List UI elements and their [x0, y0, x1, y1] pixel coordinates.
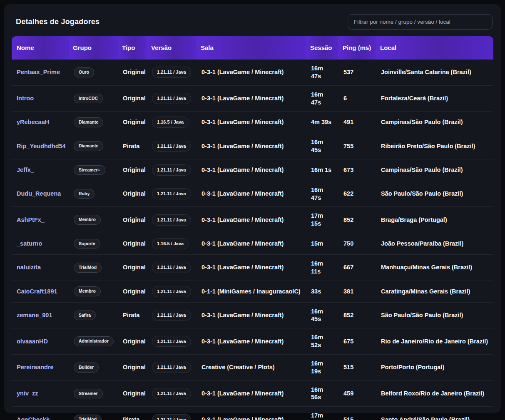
version-badge: 1.21.11 / Java	[152, 362, 191, 373]
table-row[interactable]: olvaaanHD Administrador Original 1.21.11…	[12, 328, 493, 355]
player-location: Campinas/São Paulo (Brazil)	[376, 112, 493, 133]
table-row[interactable]: CaioCraft1891 Membro Original 1.21.11 / …	[12, 281, 493, 302]
player-room: 0-3-1 (LavaGame / Minecraft)	[197, 85, 306, 112]
table-row[interactable]: Pereiraandre Builder Original 1.21.11 / …	[12, 354, 493, 380]
player-location: Braga/Braga (Portugal)	[376, 207, 493, 233]
group-badge: TrialMod	[74, 263, 102, 273]
table-row[interactable]: Introo IntroCDC Original 1.21.11 / Java …	[12, 85, 493, 112]
group-badge: Administrador	[74, 336, 114, 346]
ping-value: 750	[338, 233, 376, 255]
group-badge: Safira	[74, 311, 96, 321]
group-badge: IntroCDC	[74, 94, 103, 104]
player-type: Original	[118, 159, 147, 181]
table-row[interactable]: Pentaax_Prime Ouro Original 1.21.11 / Ja…	[12, 60, 493, 85]
version-badge: 1.21.11 / Java	[152, 310, 191, 321]
player-room: 0-3-1 (LavaGame / Minecraft)	[197, 207, 306, 233]
player-type: Original	[118, 85, 147, 112]
player-name-link[interactable]: olvaaanHD	[17, 338, 48, 345]
version-badge: 1.21.11 / Java	[152, 262, 191, 273]
player-type: Original	[118, 112, 147, 133]
ping-value: 852	[338, 302, 376, 328]
player-type: Original	[118, 254, 147, 281]
group-badge: Membro	[74, 286, 101, 296]
session-duration: 16m 11s	[306, 254, 338, 281]
column-header-sala: Sala	[197, 36, 306, 60]
player-name-link[interactable]: naluizita	[17, 264, 41, 271]
player-room: 0-3-1 (LavaGame / Minecraft)	[197, 407, 306, 420]
player-room: 0-3-1 (LavaGame / Minecraft)	[197, 159, 306, 181]
player-room: 0-3-1 (LavaGame / Minecraft)	[197, 380, 306, 407]
player-location: Fortaleza/Ceará (Brazil)	[376, 85, 493, 112]
version-badge: 1.21.11 / Java	[152, 388, 191, 399]
player-location: Campinas/São Paulo (Brazil)	[376, 159, 493, 181]
table-row[interactable]: naluizita TrialMod Original 1.21.11 / Ja…	[12, 254, 493, 281]
group-badge: Streamer	[74, 389, 103, 399]
player-name-link[interactable]: zemane_901	[17, 312, 52, 318]
player-room: 0-3-1 (LavaGame / Minecraft)	[197, 60, 306, 85]
player-type: Original	[118, 281, 147, 302]
player-name-link[interactable]: Introo	[17, 95, 34, 102]
table-body: Pentaax_Prime Ouro Original 1.21.11 / Ja…	[12, 60, 493, 420]
player-room: 0-1-1 (MiniGames / InauguracaoIC)	[197, 281, 306, 302]
table-row[interactable]: AgeCheckk TrialMod Pirata 1.21.11 / Java…	[12, 407, 493, 420]
player-room: 0-3-1 (LavaGame / Minecraft)	[197, 133, 306, 159]
ping-value: 381	[338, 281, 376, 302]
table-header: Nome Grupo Tipo Versão Sala Sessão Ping …	[12, 36, 493, 60]
player-location: João Pessoa/Paraíba (Brazil)	[376, 233, 493, 255]
player-name-link[interactable]: AgeCheckk	[17, 416, 50, 420]
player-name-link[interactable]: Rip_Yeudhdhd54	[17, 143, 66, 149]
table-row[interactable]: Dudu_Requena Ruby Original 1.21.11 / Jav…	[12, 181, 493, 207]
page-title: Detalhes de Jogadores	[16, 17, 100, 26]
table-row[interactable]: zemane_901 Safira Pirata 1.21.11 / Java …	[12, 302, 493, 328]
player-name-link[interactable]: Jeffx_	[17, 167, 34, 173]
player-room: 0-3-1 (LavaGame / Minecraft)	[197, 302, 306, 328]
ping-value: 491	[338, 112, 376, 133]
player-name-link[interactable]: AshPtFx_	[17, 216, 45, 223]
session-duration: 15m	[306, 233, 338, 255]
players-table: Nome Grupo Tipo Versão Sala Sessão Ping …	[12, 36, 493, 420]
player-location: Santo André/São Paulo (Brazil)	[376, 407, 493, 420]
session-duration: 17m 15s	[306, 207, 338, 233]
session-duration: 16m 52s	[306, 328, 338, 355]
player-name-link[interactable]: _saturno	[17, 240, 42, 247]
ping-value: 852	[338, 207, 376, 233]
table-row[interactable]: Rip_Yeudhdhd54 Diamante Pirata 1.21.11 /…	[12, 133, 493, 159]
player-location: Joinville/Santa Catarina (Brazil)	[376, 60, 493, 85]
group-badge: TrialMod	[74, 415, 102, 420]
player-name-link[interactable]: Pentaax_Prime	[17, 69, 60, 75]
session-duration: 4m 39s	[306, 112, 338, 133]
table-row[interactable]: Jeffx_ Streamer+ Original 1.21.11 / Java…	[12, 159, 493, 181]
table-row[interactable]: AshPtFx_ Membro Original 1.21.11 / Java …	[12, 207, 493, 233]
ping-value: 515	[338, 407, 376, 420]
player-room: 0-3-1 (LavaGame / Minecraft)	[197, 328, 306, 355]
version-badge: 1.21.11 / Java	[152, 141, 191, 152]
player-type: Original	[118, 60, 147, 85]
player-type: Original	[118, 354, 147, 380]
version-badge: 1.21.11 / Java	[152, 188, 191, 199]
version-badge: 1.21.11 / Java	[152, 214, 191, 226]
ping-value: 622	[338, 181, 376, 207]
player-type: Original	[118, 380, 147, 407]
filter-input[interactable]	[348, 14, 493, 30]
version-badge: 1.21.11 / Java	[152, 93, 191, 104]
player-type: Original	[118, 207, 147, 233]
version-badge: 1.21.11 / Java	[152, 414, 191, 420]
player-location: Manhuaçu/Minas Gerais (Brazil)	[376, 254, 493, 281]
player-type: Pirata	[118, 407, 147, 420]
ping-value: 537	[338, 60, 376, 85]
player-name-link[interactable]: Pereiraandre	[17, 364, 54, 370]
group-badge: Ouro	[74, 67, 94, 77]
table-row[interactable]: yniv_zz Streamer Original 1.21.11 / Java…	[12, 380, 493, 407]
table-row[interactable]: yRebecaaH Diamante Original 1.16.5 / Jav…	[12, 112, 493, 133]
ping-value: 667	[338, 254, 376, 281]
player-name-link[interactable]: CaioCraft1891	[17, 288, 57, 295]
player-name-link[interactable]: yniv_zz	[17, 390, 38, 397]
ping-value: 6	[338, 85, 376, 112]
column-header-local: Local	[376, 36, 493, 60]
player-name-link[interactable]: yRebecaaH	[17, 119, 49, 125]
table-row[interactable]: _saturno Suporte Original 1.16.5 / Java …	[12, 233, 493, 255]
version-badge: 1.21.11 / Java	[152, 286, 191, 297]
column-header-grupo: Grupo	[69, 36, 118, 60]
ping-value: 675	[338, 328, 376, 355]
player-name-link[interactable]: Dudu_Requena	[17, 190, 61, 197]
